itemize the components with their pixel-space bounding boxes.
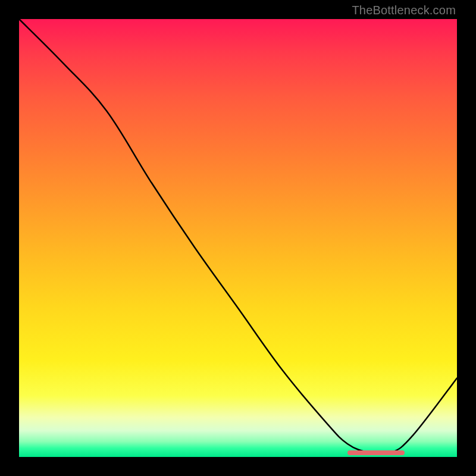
plot-area (19, 19, 457, 457)
curve-layer (19, 19, 457, 457)
optimal-range-marker (347, 450, 405, 455)
chart-container: TheBottleneck.com (0, 0, 476, 476)
bottleneck-curve (19, 19, 457, 455)
watermark-text: TheBottleneck.com (352, 4, 456, 17)
